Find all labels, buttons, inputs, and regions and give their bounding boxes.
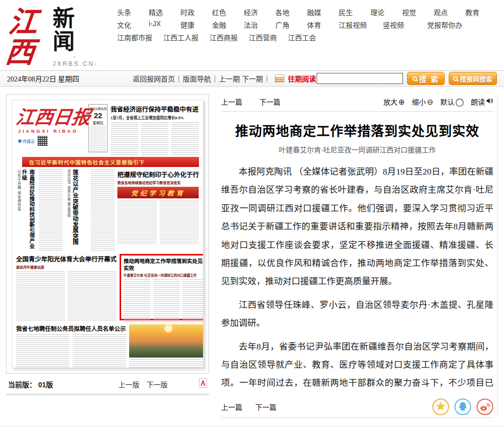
- back-home-link[interactable]: 返回报网首页: [133, 73, 175, 83]
- zoom-out-button[interactable]: 缩小 ⊖: [412, 97, 434, 107]
- article-paragraph: 江西省领导任珠峰、罗小云，自治区领导麦尔丹·木盖提、孔星隆参加调研。: [221, 296, 493, 332]
- nav-item[interactable]: 党报帮你办: [427, 20, 471, 30]
- search-button[interactable]: 搜 索: [407, 72, 445, 85]
- search-icon: [453, 76, 458, 81]
- nav-item[interactable]: 教育: [465, 7, 497, 17]
- paper-date-month: 2024年8月: [90, 106, 106, 111]
- nav-item[interactable]: 竖视频: [383, 20, 427, 30]
- nav-item[interactable]: 理论: [370, 7, 402, 17]
- paper-red-banner: 在习近平新时代中国特色社会主义思想指引下: [22, 157, 199, 167]
- layout-nav-link[interactable]: 版面导航: [183, 73, 211, 83]
- qzone-share-icon[interactable]: [432, 398, 449, 415]
- pdf-icon[interactable]: [199, 378, 207, 390]
- current-page-label: 当前版：: [8, 379, 36, 389]
- nav-row-2: 文化i-JX健康金融法治广角体育江报视频竖视频党报帮你办: [117, 20, 497, 30]
- nav-item[interactable]: 广角: [275, 20, 307, 30]
- nav-item[interactable]: 视觉: [402, 7, 434, 17]
- nav-row-1: 头条精选时政红色经济各地融媒民生理论视觉观点教育: [117, 7, 497, 17]
- nav-item[interactable]: 观点: [434, 7, 465, 17]
- fake-text: [129, 359, 204, 368]
- paper-mid-subhead: 我省各地持续推动党纪学习教育走深走实: [117, 180, 199, 185]
- paper-masthead-pinyin: JIANGXI RIBAO: [18, 129, 87, 134]
- main-content: 江西日报 JIANGXI RIBAO 传媒云 2024年8月 22 星期四: [0, 87, 504, 418]
- nav-item[interactable]: 民生: [339, 7, 370, 17]
- calendar-icon: [275, 74, 284, 82]
- prev-page-link[interactable]: 上一版: [119, 379, 140, 389]
- paper-top-headline: 我省经济运行保持平稳稳中有进: [111, 104, 199, 114]
- site-search-button[interactable]: 搜报网搜索: [449, 72, 497, 85]
- read-aloud-button[interactable]: 朗读: [471, 97, 493, 107]
- site-logo[interactable]: 江西 新闻 -JXRBS.CN-: [7, 7, 98, 67]
- paper-panel: 江西日报 JIANGXI RIBAO 传媒云 2024年8月 22 星期四: [6, 94, 209, 418]
- nav-item[interactable]: 红色: [212, 7, 244, 17]
- divider: [221, 111, 493, 112]
- paper-sports-subhead: 高志丹叶建春出席: [16, 265, 117, 270]
- nav-item[interactable]: 文化: [117, 20, 149, 30]
- paper-photo: [129, 324, 204, 358]
- nav-item[interactable]: 时政: [180, 7, 212, 17]
- search-icon: [413, 76, 417, 81]
- paper-masthead-title: 江西日报: [15, 107, 89, 127]
- highlighted-article-box[interactable]: 推动两地商定工作举措落到实处见到实效 叶建春艾尔肯·吐尼亚孜一同调研江西对口援疆…: [120, 254, 204, 320]
- past-issues-link[interactable]: 往期阅读: [288, 73, 316, 83]
- weibo-share-icon[interactable]: [476, 398, 493, 415]
- fake-text: [39, 169, 63, 252]
- fake-text: [91, 169, 115, 252]
- article-panel: 上一篇 下一篇 放大 ⊕ 缩小 ⊖ 默认 ◯ 朗读: [214, 94, 498, 418]
- next-issue-link[interactable]: 下一期: [242, 73, 263, 83]
- issue-toolbar: 2024年08月22日 星期四 返回报网首页 | 版面导航 | 上一期 下一期 …: [0, 70, 504, 87]
- paper-date-day: 22: [90, 111, 106, 120]
- zoom-default-button[interactable]: 默认 ◯: [440, 97, 464, 107]
- separator: |: [178, 74, 180, 82]
- next-page-link[interactable]: 下一版: [147, 379, 168, 389]
- article-controls: 上一篇 下一篇 放大 ⊕ 缩小 ⊖ 默认 ◯ 朗读: [221, 94, 493, 109]
- prev-article-link[interactable]: 上一篇: [221, 97, 242, 107]
- nav-item[interactable]: 法治: [244, 20, 275, 30]
- speaker-icon: [486, 98, 493, 106]
- prev-article-link[interactable]: 上一篇: [221, 402, 242, 412]
- article-paragraph: 本报阿克陶讯 （全媒体记者张武明）8月19日至20日，率团在新疆维吾尔自治区学习…: [221, 162, 493, 291]
- nav-item[interactable]: 江西商报: [210, 32, 238, 42]
- prev-issue-link[interactable]: 上一期: [219, 73, 240, 83]
- next-article-link[interactable]: 下一篇: [255, 402, 276, 412]
- nav-item[interactable]: 金融: [212, 20, 244, 30]
- article-bottom-bar: 上一篇 下一篇: [221, 396, 493, 418]
- nav-item[interactable]: 经济: [244, 7, 275, 17]
- highlighted-article-title: 推动两地商定工作举措落到实处见到实效: [124, 257, 204, 272]
- nav-item[interactable]: 精选: [149, 7, 180, 17]
- nav-item[interactable]: 各地: [275, 7, 307, 17]
- media-cloud-logo: 传媒云: [18, 138, 35, 144]
- site-header: 江西 新闻 -JXRBS.CN- 头条精选时政红色经济各地融媒民生理论视觉观点教…: [0, 0, 504, 70]
- main-nav: 头条精选时政红色经济各地融媒民生理论视觉观点教育 文化i-JX健康金融法治广角体…: [117, 7, 497, 45]
- newspaper-front-page[interactable]: 江西日报 JIANGXI RIBAO 传媒云 2024年8月 22 星期四: [12, 100, 204, 368]
- nav-item[interactable]: 融媒: [307, 7, 339, 17]
- paper-date-weekday: 星期四: [90, 120, 106, 125]
- zoom-in-icon: ⊕: [398, 98, 405, 106]
- next-article-link[interactable]: 下一篇: [259, 97, 280, 107]
- page-pager: 当前版： 01版 上一版 下一版: [6, 378, 209, 395]
- fake-text-columns: [117, 201, 199, 245]
- nav-item[interactable]: 江西营商: [249, 32, 277, 42]
- nav-item[interactable]: 体育: [307, 20, 339, 30]
- nav-row-3: 江南都市报江西工人报江西商报江西营商江西工会: [117, 32, 497, 42]
- nav-item[interactable]: 头条: [117, 7, 149, 17]
- paper-masthead: 江西日报 JIANGXI RIBAO 传媒云: [16, 103, 87, 155]
- issue-date: 2024年08月22日 星期四: [7, 73, 133, 83]
- zoom-out-icon: ⊖: [427, 98, 434, 106]
- nav-item[interactable]: 健康: [180, 20, 212, 30]
- logo-cn-part2: 新闻: [53, 7, 98, 53]
- nav-item[interactable]: 江报视频: [339, 20, 383, 30]
- qr-code: [38, 136, 48, 146]
- nav-item[interactable]: i-JX: [149, 20, 180, 30]
- zoom-in-button[interactable]: 放大 ⊕: [383, 97, 405, 107]
- search-input[interactable]: [317, 73, 403, 84]
- nav-item[interactable]: 江西工会: [288, 32, 316, 42]
- nav-item[interactable]: 江西工人报: [163, 32, 198, 42]
- paper-thumbnail-box: 江西日报 JIANGXI RIBAO 传媒云 2024年8月 22 星期四: [6, 94, 209, 374]
- fake-text-columns: [16, 334, 126, 368]
- logo-cn-part1: 江西: [4, 7, 53, 67]
- fake-text-columns: [111, 122, 199, 155]
- qq-share-icon[interactable]: [454, 398, 471, 415]
- nav-item[interactable]: 江南都市报: [117, 32, 152, 42]
- paper-bottom-headline: 我省七地聘任制公务员拟聘任人员名单公示: [16, 324, 126, 332]
